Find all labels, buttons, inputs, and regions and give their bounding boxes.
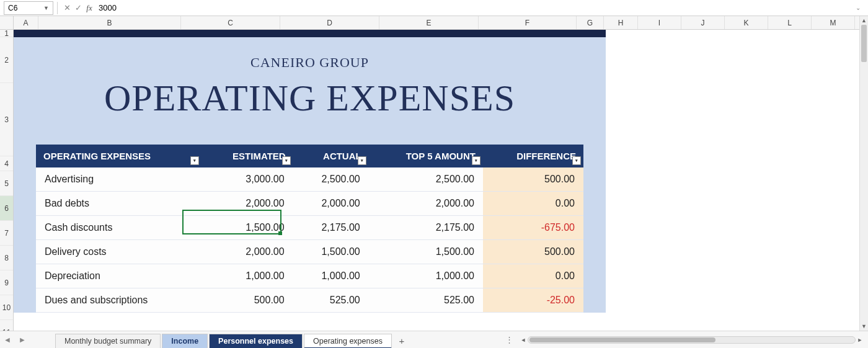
accept-icon[interactable]: ✓ <box>73 2 84 14</box>
row-value-cell[interactable]: 525.00 <box>293 288 369 313</box>
row-name-cell[interactable]: Advertising <box>36 167 202 192</box>
select-all-corner[interactable] <box>0 16 14 30</box>
table-row[interactable]: Delivery costs2,000.001,500.001,500.0050… <box>36 240 583 264</box>
filter-dropdown-icon[interactable]: ▾ <box>472 156 480 165</box>
row-value-cell[interactable]: 500.00 <box>483 240 583 264</box>
row-value-cell[interactable]: 0.00 <box>483 264 583 288</box>
row-value-cell[interactable]: -25.00 <box>483 288 583 313</box>
row-name-cell[interactable]: Depreciation <box>36 264 202 288</box>
table-row[interactable]: Dues and subscriptions500.00525.00525.00… <box>36 288 583 313</box>
sheet-tab[interactable]: Income <box>162 334 208 349</box>
table-row[interactable]: Advertising3,000.002,500.002,500.00500.0… <box>36 167 583 192</box>
add-sheet-button[interactable]: + <box>393 334 410 349</box>
document-background: CANEIRO GROUP OPERATING EXPENSES OPERATI… <box>14 30 606 313</box>
row-value-cell[interactable]: 1,500.00 <box>369 240 483 264</box>
cancel-icon[interactable]: ✕ <box>61 2 73 14</box>
row-value-cell[interactable]: 2,500.00 <box>293 167 369 192</box>
horizontal-scroll-track[interactable] <box>528 336 856 344</box>
horizontal-scroll-thumb[interactable] <box>529 337 715 342</box>
row-header-8[interactable]: 8 <box>0 246 13 270</box>
row-value-cell[interactable]: 1,500.00 <box>202 216 293 240</box>
scroll-up-icon[interactable]: ▲ <box>860 16 868 25</box>
tab-nav-next-icon[interactable]: ► <box>16 334 29 346</box>
chevron-down-icon[interactable]: ▼ <box>43 5 49 11</box>
row-header-2[interactable]: 2 <box>0 37 13 83</box>
filter-dropdown-icon[interactable]: ▾ <box>190 156 199 165</box>
filter-dropdown-icon[interactable]: ▾ <box>358 156 366 165</box>
table-header: ESTIMATED▾ <box>202 145 293 167</box>
row-name-cell[interactable]: Dues and subscriptions <box>36 288 202 313</box>
column-header-G[interactable]: G <box>577 16 604 29</box>
table-row[interactable]: Depreciation1,000.001,000.001,000.000.00 <box>36 264 583 288</box>
operating-expenses-table: OPERATING EXPENSES▾ESTIMATED▾ACTUAL▾TOP … <box>36 145 583 313</box>
row-value-cell[interactable]: 1,000.00 <box>293 264 369 288</box>
formula-input[interactable] <box>95 1 852 15</box>
column-header-E[interactable]: E <box>379 16 479 29</box>
row-value-cell[interactable]: 2,000.00 <box>293 192 369 216</box>
vertical-scroll-thumb[interactable] <box>861 25 867 62</box>
row-name-cell[interactable]: Bad debts <box>36 192 202 216</box>
row-value-cell[interactable]: 0.00 <box>483 192 583 216</box>
sheet-tab[interactable]: Personnel expenses <box>209 334 303 349</box>
column-header-M[interactable]: M <box>812 16 855 29</box>
column-header-C[interactable]: C <box>181 16 280 29</box>
row-header-3[interactable]: 3 <box>0 83 13 156</box>
row-name-cell[interactable]: Delivery costs <box>36 240 202 264</box>
column-header-J[interactable]: J <box>681 16 725 29</box>
row-name-cell[interactable]: Cash discounts <box>36 216 202 240</box>
column-header-K[interactable]: K <box>725 16 768 29</box>
fx-icon[interactable]: fx <box>84 2 95 14</box>
table-row[interactable]: Bad debts2,000.002,000.002,000.000.00 <box>36 192 583 216</box>
tab-menu-icon[interactable]: ⋮ <box>504 335 515 344</box>
row-value-cell[interactable]: 500.00 <box>202 288 293 313</box>
row-header-1[interactable]: 1 <box>0 30 13 37</box>
column-header-L[interactable]: L <box>768 16 812 29</box>
row-value-cell[interactable]: 2,175.00 <box>369 216 483 240</box>
vertical-scrollbar[interactable]: ▲ ▼ <box>859 16 868 331</box>
scroll-down-icon[interactable]: ▼ <box>860 322 868 331</box>
sheet-tab[interactable]: Operating expenses <box>304 334 392 349</box>
row-value-cell[interactable]: 2,000.00 <box>202 240 293 264</box>
column-header-H[interactable]: H <box>604 16 638 29</box>
sheet-tab-strip: ◄ ► Monthly budget summaryIncomePersonne… <box>0 331 868 348</box>
column-header-A[interactable]: A <box>14 16 38 29</box>
table-header: OPERATING EXPENSES▾ <box>36 145 202 167</box>
row-value-cell[interactable]: 1,000.00 <box>202 264 293 288</box>
row-header-5[interactable]: 5 <box>0 171 13 196</box>
row-value-cell[interactable]: 525.00 <box>369 288 483 313</box>
row-value-cell[interactable]: 2,175.00 <box>293 216 369 240</box>
row-value-cell[interactable]: 1,500.00 <box>293 240 369 264</box>
row-value-cell[interactable]: 500.00 <box>483 167 583 192</box>
name-box[interactable]: C6 ▼ <box>4 1 53 15</box>
row-value-cell[interactable]: 2,000.00 <box>369 192 483 216</box>
row-header-7[interactable]: 7 <box>0 221 13 246</box>
column-header-B[interactable]: B <box>38 16 181 29</box>
separator <box>57 2 58 14</box>
filter-dropdown-icon[interactable]: ▾ <box>282 156 291 165</box>
row-header-4[interactable]: 4 <box>0 156 13 171</box>
header-strip <box>14 30 606 37</box>
expand-formula-bar-icon[interactable]: ⌄ <box>852 2 864 14</box>
sheet-tab[interactable]: Monthly budget summary <box>55 334 161 349</box>
row-value-cell[interactable]: -675.00 <box>483 216 583 240</box>
table-header-label: ESTIMATED <box>232 151 286 161</box>
horizontal-scrollbar[interactable]: ◄ ► <box>519 336 864 344</box>
table-header: ACTUAL▾ <box>293 145 369 167</box>
scroll-left-icon[interactable]: ◄ <box>519 337 528 343</box>
table-row[interactable]: Cash discounts1,500.002,175.002,175.00-6… <box>36 216 583 240</box>
row-header-10[interactable]: 10 <box>0 295 13 320</box>
row-value-cell[interactable]: 1,000.00 <box>369 264 483 288</box>
row-value-cell[interactable]: 3,000.00 <box>202 167 293 192</box>
filter-dropdown-icon[interactable]: ▾ <box>572 156 581 165</box>
column-header-I[interactable]: I <box>638 16 681 29</box>
row-header-6[interactable]: 6 <box>0 196 13 221</box>
column-header-D[interactable]: D <box>280 16 379 29</box>
table-header-label: TOP 5 AMOUNT <box>406 151 476 161</box>
row-value-cell[interactable]: 2,000.00 <box>202 192 293 216</box>
scroll-right-icon[interactable]: ► <box>856 337 864 343</box>
row-header-9[interactable]: 9 <box>0 270 13 295</box>
row-value-cell[interactable]: 2,500.00 <box>369 167 483 192</box>
column-header-F[interactable]: F <box>479 16 577 29</box>
tab-nav-prev-icon[interactable]: ◄ <box>1 334 14 346</box>
cells-viewport[interactable]: CANEIRO GROUP OPERATING EXPENSES OPERATI… <box>14 30 859 331</box>
